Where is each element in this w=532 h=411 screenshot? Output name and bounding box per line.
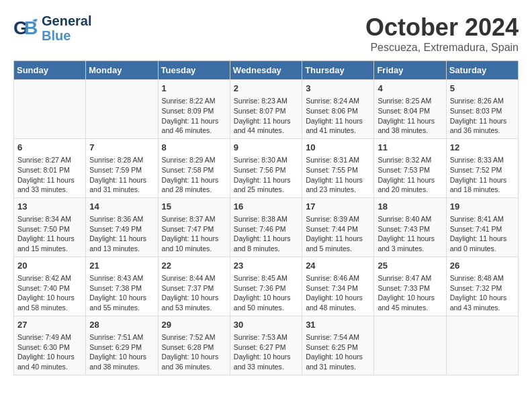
calendar-cell: 19Sunrise: 8:41 AMSunset: 7:41 PMDayligh… [446, 197, 518, 257]
daylight-text: Daylight: 11 hours and 10 minutes. [162, 234, 226, 253]
daylight-text: Daylight: 10 hours and 36 minutes. [162, 352, 226, 371]
location: Pescueza, Extremadura, Spain [365, 42, 519, 54]
day-number: 16 [234, 201, 298, 213]
day-number: 5 [450, 83, 515, 95]
sunrise-text: Sunrise: 8:26 AM [450, 96, 515, 106]
daylight-text: Daylight: 10 hours and 38 minutes. [89, 352, 154, 371]
calendar-cell: 17Sunrise: 8:39 AMSunset: 7:44 PMDayligh… [302, 197, 374, 257]
calendar-week-1: 1Sunrise: 8:22 AMSunset: 8:09 PMDaylight… [14, 80, 519, 139]
page-header: G B General Blue October 2024 Pescueza, … [13, 13, 519, 54]
sunset-text: Sunset: 6:28 PM [162, 342, 226, 353]
daylight-text: Daylight: 11 hours and 15 minutes. [17, 234, 82, 253]
sunrise-text: Sunrise: 8:24 AM [306, 96, 370, 106]
day-number: 9 [234, 142, 298, 154]
calendar-cell: 1Sunrise: 8:22 AMSunset: 8:09 PMDaylight… [158, 80, 230, 139]
day-number: 2 [234, 83, 298, 95]
day-number: 19 [450, 201, 515, 213]
calendar-cell: 26Sunrise: 8:48 AMSunset: 7:32 PMDayligh… [446, 257, 518, 316]
sunset-text: Sunset: 7:59 PM [89, 165, 154, 175]
sunrise-text: Sunrise: 8:37 AM [162, 214, 226, 224]
calendar-cell: 12Sunrise: 8:33 AMSunset: 7:52 PMDayligh… [446, 138, 518, 197]
sunrise-text: Sunrise: 8:30 AM [234, 155, 298, 165]
day-number: 21 [89, 260, 154, 272]
logo-blue: Blue [42, 28, 91, 43]
sunrise-text: Sunrise: 8:39 AM [306, 214, 370, 224]
month-title: October 2024 [365, 13, 519, 42]
logo: G B General Blue [13, 13, 91, 43]
calendar-cell [86, 80, 158, 139]
daylight-text: Daylight: 10 hours and 53 minutes. [162, 293, 226, 312]
calendar-cell: 31Sunrise: 7:54 AMSunset: 6:25 PMDayligh… [302, 316, 374, 375]
sunset-text: Sunset: 8:04 PM [378, 106, 442, 116]
daylight-text: Daylight: 11 hours and 41 minutes. [306, 116, 370, 136]
sunset-text: Sunset: 6:27 PM [234, 342, 298, 353]
sunset-text: Sunset: 7:56 PM [234, 165, 298, 175]
day-number: 18 [378, 201, 442, 213]
sunset-text: Sunset: 7:40 PM [17, 283, 82, 293]
calendar-cell [14, 80, 86, 139]
sunset-text: Sunset: 7:53 PM [378, 165, 442, 175]
daylight-text: Daylight: 11 hours and 31 minutes. [89, 175, 154, 195]
header-day-wednesday: Wednesday [230, 61, 302, 80]
calendar-cell: 13Sunrise: 8:34 AMSunset: 7:50 PMDayligh… [14, 197, 86, 257]
day-number: 11 [378, 142, 442, 154]
sunset-text: Sunset: 7:41 PM [450, 224, 515, 234]
day-number: 4 [378, 83, 442, 95]
day-number: 31 [306, 319, 370, 331]
day-number: 30 [234, 319, 298, 331]
calendar-cell: 4Sunrise: 8:25 AMSunset: 8:04 PMDaylight… [374, 80, 446, 139]
sunrise-text: Sunrise: 8:27 AM [17, 155, 82, 165]
logo-general: General [42, 13, 91, 28]
daylight-text: Daylight: 11 hours and 20 minutes. [378, 175, 442, 195]
calendar-week-2: 6Sunrise: 8:27 AMSunset: 8:01 PMDaylight… [14, 138, 519, 197]
day-number: 6 [17, 142, 82, 154]
sunrise-text: Sunrise: 8:34 AM [17, 214, 82, 224]
calendar-cell: 11Sunrise: 8:32 AMSunset: 7:53 PMDayligh… [374, 138, 446, 197]
calendar-cell: 27Sunrise: 7:49 AMSunset: 6:30 PMDayligh… [14, 316, 86, 375]
daylight-text: Daylight: 11 hours and 36 minutes. [450, 116, 515, 136]
header-day-monday: Monday [86, 61, 158, 80]
daylight-text: Daylight: 10 hours and 43 minutes. [450, 293, 515, 312]
day-number: 8 [162, 142, 226, 154]
sunset-text: Sunset: 8:09 PM [162, 106, 226, 116]
sunrise-text: Sunrise: 8:48 AM [450, 273, 515, 283]
sunset-text: Sunset: 7:43 PM [378, 224, 442, 234]
calendar-cell: 23Sunrise: 8:45 AMSunset: 7:36 PMDayligh… [230, 257, 302, 316]
sunset-text: Sunset: 6:30 PM [17, 342, 82, 353]
calendar-cell: 30Sunrise: 7:53 AMSunset: 6:27 PMDayligh… [230, 316, 302, 375]
calendar-cell: 24Sunrise: 8:46 AMSunset: 7:34 PMDayligh… [302, 257, 374, 316]
sunrise-text: Sunrise: 8:43 AM [89, 273, 154, 283]
day-number: 3 [306, 83, 370, 95]
calendar-cell: 16Sunrise: 8:38 AMSunset: 7:46 PMDayligh… [230, 197, 302, 257]
daylight-text: Daylight: 11 hours and 38 minutes. [378, 116, 442, 136]
sunrise-text: Sunrise: 8:22 AM [162, 96, 226, 106]
calendar-cell: 8Sunrise: 8:29 AMSunset: 7:58 PMDaylight… [158, 138, 230, 197]
daylight-text: Daylight: 11 hours and 8 minutes. [234, 234, 298, 253]
day-number: 14 [89, 201, 154, 213]
calendar-cell [374, 316, 446, 375]
sunset-text: Sunset: 7:32 PM [450, 283, 515, 293]
sunset-text: Sunset: 7:46 PM [234, 224, 298, 234]
daylight-text: Daylight: 11 hours and 23 minutes. [306, 175, 370, 195]
daylight-text: Daylight: 11 hours and 3 minutes. [378, 234, 442, 253]
sunset-text: Sunset: 7:50 PM [17, 224, 82, 234]
day-number: 25 [378, 260, 442, 272]
sunrise-text: Sunrise: 8:38 AM [234, 214, 298, 224]
sunrise-text: Sunrise: 7:53 AM [234, 332, 298, 342]
calendar-week-3: 13Sunrise: 8:34 AMSunset: 7:50 PMDayligh… [14, 197, 519, 257]
title-block: October 2024 Pescueza, Extremadura, Spai… [365, 13, 519, 54]
day-number: 29 [162, 319, 226, 331]
day-number: 26 [450, 260, 515, 272]
day-number: 20 [17, 260, 82, 272]
sunset-text: Sunset: 7:47 PM [162, 224, 226, 234]
sunrise-text: Sunrise: 8:46 AM [306, 273, 370, 283]
day-number: 17 [306, 201, 370, 213]
day-number: 23 [234, 260, 298, 272]
header-day-tuesday: Tuesday [158, 61, 230, 80]
day-number: 24 [306, 260, 370, 272]
calendar-cell: 2Sunrise: 8:23 AMSunset: 8:07 PMDaylight… [230, 80, 302, 139]
sunrise-text: Sunrise: 7:51 AM [89, 332, 154, 342]
calendar-cell: 7Sunrise: 8:28 AMSunset: 7:59 PMDaylight… [86, 138, 158, 197]
daylight-text: Daylight: 10 hours and 48 minutes. [306, 293, 370, 312]
sunrise-text: Sunrise: 8:42 AM [17, 273, 82, 283]
